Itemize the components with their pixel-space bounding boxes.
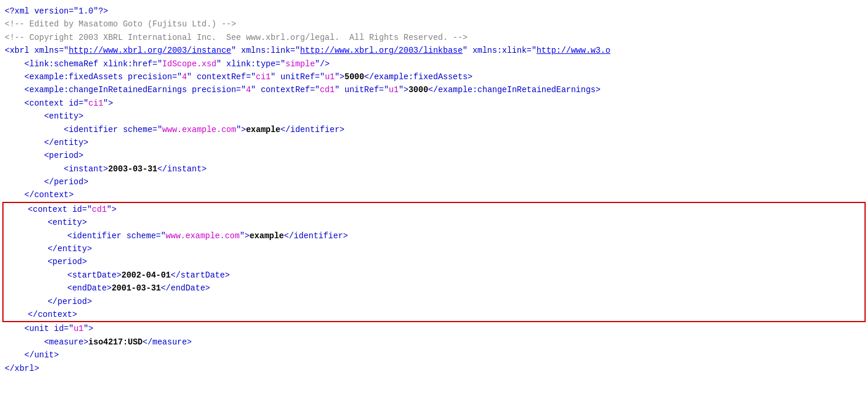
hcode-line-5: <period>: [4, 255, 864, 268]
highlighted-context-block: <context id="cd1"> <entity> <identifier …: [2, 202, 866, 323]
code-line-11: </entity>: [0, 136, 868, 149]
hcode-line-3: <identifier scheme="www.example.com">exa…: [4, 229, 864, 242]
code-line-7: <example:changeInRetainedEarnings precis…: [0, 83, 868, 96]
code-line-14: </period>: [0, 175, 868, 188]
hcode-line-9: </context>: [4, 308, 864, 321]
code-line-6: <example:fixedAssets precision="4" conte…: [0, 70, 868, 83]
code-line-9: <entity>: [0, 110, 868, 123]
hcode-line-8: </period>: [4, 295, 864, 308]
code-editor: <?xml version="1.0"?> <!-- Edited by Mas…: [0, 0, 868, 409]
hcode-line-6: <startDate>2002-04-01</startDate>: [4, 269, 864, 282]
acode-line-4: </xbrl>: [0, 362, 868, 375]
code-line-8: <context id="ci1">: [0, 97, 868, 110]
code-line-15: </context>: [0, 188, 868, 201]
hcode-line-2: <entity>: [4, 216, 864, 229]
code-line-4: <xbrl xmlns="http://www.xbrl.org/2003/in…: [0, 44, 868, 57]
acode-line-3: </unit>: [0, 349, 868, 361]
code-line-2: <!-- Edited by Masatomo Goto (Fujitsu Lt…: [0, 18, 868, 31]
code-line-1: <?xml version="1.0"?>: [0, 5, 868, 18]
code-line-10: <identifier scheme="www.example.com">exa…: [0, 123, 868, 136]
code-line-5: <link:schemaRef xlink:href="IdScope.xsd"…: [0, 58, 868, 70]
code-line-12: <period>: [0, 149, 868, 162]
hcode-line-4: </entity>: [4, 242, 864, 255]
code-line-13: <instant>2003-03-31</instant>: [0, 163, 868, 175]
hcode-line-7: <endDate>2001-03-31</endDate>: [4, 282, 864, 295]
hcode-line-1: <context id="cd1">: [4, 203, 864, 216]
acode-line-2: <measure>iso4217:USD</measure>: [0, 336, 868, 349]
code-line-3: <!-- Copyright 2003 XBRL International I…: [0, 31, 868, 44]
acode-line-1: <unit id="u1">: [0, 322, 868, 335]
